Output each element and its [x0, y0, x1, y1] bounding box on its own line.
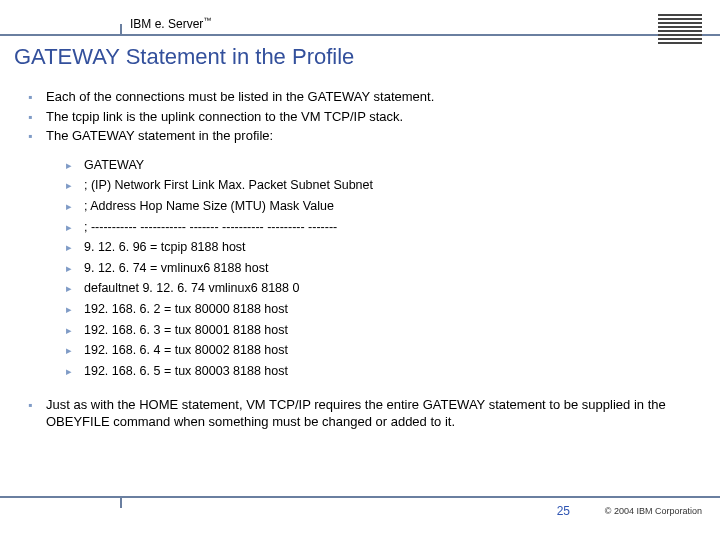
top-rule	[0, 34, 720, 36]
outro-bullet: Just as with the HOME statement, VM TCP/…	[28, 396, 696, 431]
intro-bullet: The GATEWAY statement in the profile:	[28, 127, 696, 145]
gateway-line: ; ----------- ----------- ------- ------…	[66, 217, 696, 238]
footer-bar: 25 © 2004 IBM Corporation	[0, 496, 720, 526]
trademark-symbol: ™	[203, 16, 211, 25]
gateway-line: 9. 12. 6. 96 = tcpip 8188 host	[66, 237, 696, 258]
top-rule-tick	[120, 24, 122, 34]
gateway-line: ; Address Hop Name Size (MTU) Mask Value	[66, 196, 696, 217]
ibm-logo	[658, 14, 702, 50]
brand-text: IBM e. Server™	[130, 16, 211, 31]
slide: IBM e. Server™ GATEWAY Statement in the …	[0, 0, 720, 540]
gateway-line: 192. 168. 6. 5 = tux 80003 8188 host	[66, 361, 696, 382]
gateway-line: 192. 168. 6. 3 = tux 80001 8188 host	[66, 320, 696, 341]
outro-bullet-list: Just as with the HOME statement, VM TCP/…	[28, 396, 696, 431]
intro-bullet: The tcpip link is the uplink connection …	[28, 108, 696, 126]
slide-content: Each of the connections must be listed i…	[28, 88, 696, 433]
brand-label: IBM e. Server	[130, 17, 203, 31]
bottom-rule-tick	[120, 498, 122, 508]
page-number: 25	[557, 504, 570, 518]
gateway-line-list: GATEWAY ; (IP) Network First Link Max. P…	[66, 155, 696, 382]
slide-title: GATEWAY Statement in the Profile	[14, 44, 354, 70]
gateway-line: 9. 12. 6. 74 = vmlinux6 8188 host	[66, 258, 696, 279]
intro-bullet-list: Each of the connections must be listed i…	[28, 88, 696, 145]
ibm-logo-bars	[658, 14, 702, 46]
gateway-line: GATEWAY	[66, 155, 696, 176]
gateway-line: ; (IP) Network First Link Max. Packet Su…	[66, 175, 696, 196]
bottom-rule	[0, 496, 720, 498]
intro-bullet: Each of the connections must be listed i…	[28, 88, 696, 106]
top-bar: IBM e. Server™	[0, 10, 720, 40]
gateway-line: 192. 168. 6. 4 = tux 80002 8188 host	[66, 340, 696, 361]
gateway-line: 192. 168. 6. 2 = tux 80000 8188 host	[66, 299, 696, 320]
gateway-line: defaultnet 9. 12. 6. 74 vmlinux6 8188 0	[66, 278, 696, 299]
copyright-text: © 2004 IBM Corporation	[605, 506, 702, 516]
